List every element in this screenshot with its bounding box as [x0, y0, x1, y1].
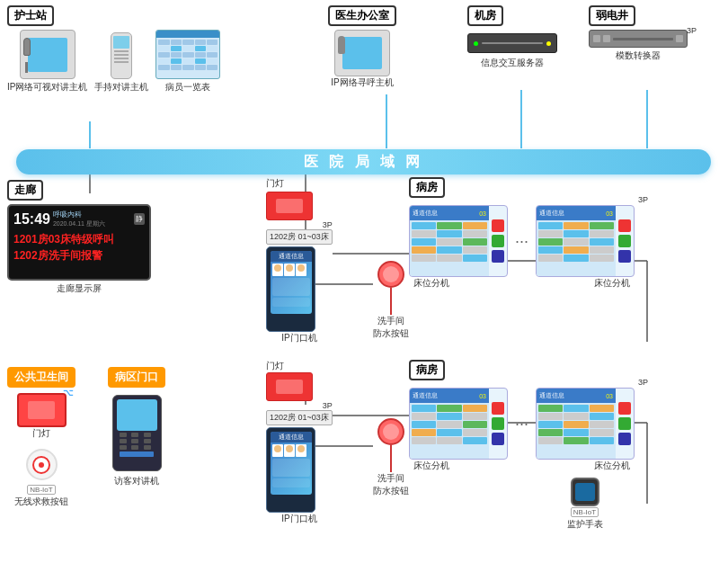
corridor-label: 走廊 — [7, 180, 43, 201]
ward-top-ip-door-label: IP门口机 — [266, 332, 333, 344]
ward-bottom-door-light-label: 门灯 — [266, 360, 333, 372]
bed-unit-top-1: 通道信息 03 — [409, 205, 508, 277]
handheld-label: 手持对讲主机 — [94, 81, 148, 94]
corridor-date: 2020.04.11 星期六 — [53, 219, 105, 228]
watch-label: 监护手表 — [567, 518, 603, 531]
network-bar-wrapper: 医 院 局 域 网 — [7, 142, 720, 182]
ward-bottom-door-group: 门灯 3P 1202房 01~03床 通道信息 IP门口机 — [266, 360, 333, 525]
network-label: 医 院 局 域 网 — [304, 153, 424, 172]
visitor-intercom-device: 访客对讲机 — [108, 391, 165, 487]
ward-top-bathroom-btn: 洗手间防水按钮 — [373, 261, 409, 340]
bed-unit-top-2-label: 床位分机 — [594, 277, 630, 290]
public-toilet-section: 公共卫生间 ⌥ 门灯 NB-IoT 无线求救按钮 — [7, 367, 75, 508]
nurse-station-section: 护士站 IP网络可视对讲主机 — [7, 5, 220, 94]
bed-unit-bottom-1-label: 床位分机 — [413, 460, 449, 472]
corridor-time: 15:49 — [13, 211, 50, 228]
ward-bottom-section: 病房 3P 通道信息 03 — [409, 360, 635, 531]
ward-top-ip-door-machine: 通道信息 — [266, 246, 315, 332]
ward-top-room-label: 1202房 01~03床 — [266, 229, 333, 245]
paging-host-label: IP网络寻呼主机 — [331, 76, 393, 89]
ward-entrance-label: 病区门口 — [108, 367, 165, 388]
ward-top-label: 病房 — [409, 177, 445, 198]
weak-current-section: 弱电井 3P 模数转换器 — [589, 5, 688, 62]
ward-top-bathroom-label: 洗手间防水按钮 — [373, 315, 409, 340]
door-light-label: 门灯 — [32, 427, 50, 440]
ward-bottom-room-label: 1202房 01~03床 — [266, 410, 333, 425]
ward-bottom-3p: 3P — [638, 378, 648, 387]
converter-label: 模数转换器 — [589, 49, 688, 62]
network-bar: 医 院 局 域 网 — [16, 149, 711, 174]
ward-bottom-port: 3P — [266, 401, 333, 410]
nurse-station-label: 护士站 — [7, 5, 54, 26]
weak-current-port: 3P — [687, 26, 697, 35]
bed-unit-bottom-2: 通道信息 03 — [536, 388, 635, 460]
ward-bottom-door-light — [266, 372, 313, 401]
bed-unit-bottom-2-label: 床位分机 — [594, 460, 630, 472]
ward-top-door-light-label: 门灯 — [266, 177, 284, 190]
visitor-intercom-label: 访客对讲机 — [114, 475, 159, 487]
corridor-display: 15:49 呼吸内科 2020.04.11 星期六 静 1201房03床特级呼叫… — [7, 204, 151, 281]
corridor-alert2: 1202房洗手间报警 — [13, 247, 145, 264]
page: 护士站 IP网络可视对讲主机 — [0, 0, 728, 581]
ward-bottom-label: 病房 — [409, 360, 445, 380]
server-room-label: 机房 — [467, 5, 503, 26]
bed-unit-top-1-label: 床位分机 — [413, 277, 449, 290]
bed-unit-bottom-1: 通道信息 03 — [409, 388, 508, 460]
ward-top-section: 病房 3P 通道信息 03 — [409, 177, 635, 290]
watch-device: NB-IoT 监护手表 — [535, 478, 635, 531]
doctor-office-section: 医生办公室 IP网络寻呼主机 — [328, 5, 396, 89]
corridor-dept: 呼吸内科 — [53, 210, 105, 219]
ward-bottom-ip-door-label: IP门口机 — [266, 513, 333, 525]
ip-intercom-label: IP网络可视对讲主机 — [7, 81, 87, 94]
corridor-silent: 静 — [134, 213, 145, 225]
ward-top-door-group: 门灯 3P 1202房 01~03床 通道信息 — [266, 177, 333, 344]
wireless-rescue-label: 无线求救按钮 — [14, 496, 68, 508]
patient-list-device: 病员一览表 — [155, 30, 220, 94]
weak-current-label: 弱电井 — [589, 5, 635, 26]
doctor-office-label: 医生办公室 — [328, 5, 396, 26]
corridor-section: 走廊 15:49 呼吸内科 2020.04.11 星期六 静 1201房03床特… — [7, 180, 151, 295]
ellipsis-bottom: ··· — [515, 415, 528, 434]
ward-top-port: 3P — [266, 220, 333, 229]
watch-nb-iot-badge: NB-IoT — [571, 507, 599, 517]
corridor-device-label: 走廊显示屏 — [7, 282, 151, 295]
corridor-alert1: 1201房03床特级呼叫 — [13, 231, 145, 247]
server-room-section: 机房 信息交互服务器 — [467, 5, 557, 69]
handheld-device: 手持对讲主机 — [94, 32, 148, 94]
public-toilet-label: 公共卫生间 — [7, 367, 75, 388]
ip-intercom-device: IP网络可视对讲主机 — [7, 30, 87, 94]
ward-bottom-bathroom-btn: 洗手间防水按钮 — [373, 418, 409, 497]
ward-bottom-bathroom-label: 洗手间防水按钮 — [373, 472, 409, 497]
ellipsis-top: ··· — [515, 232, 528, 251]
patient-list-label: 病员一览表 — [165, 81, 210, 94]
ward-top-3p: 3P — [638, 195, 648, 204]
ward-top-door-light — [266, 192, 313, 220]
door-light-device — [17, 393, 67, 427]
bed-unit-top-2: 通道信息 03 — [536, 205, 635, 277]
wireless-rescue-btn: NB-IoT 无线求救按钮 — [14, 445, 68, 508]
bluetooth-icon: ⌥ — [63, 388, 74, 398]
ward-bottom-ip-door-machine: 通道信息 — [266, 427, 315, 513]
server-label: 信息交互服务器 — [481, 57, 544, 69]
nb-iot-badge: NB-IoT — [27, 485, 55, 495]
ward-entrance-section: 病区门口 访客对讲机 — [108, 367, 165, 487]
